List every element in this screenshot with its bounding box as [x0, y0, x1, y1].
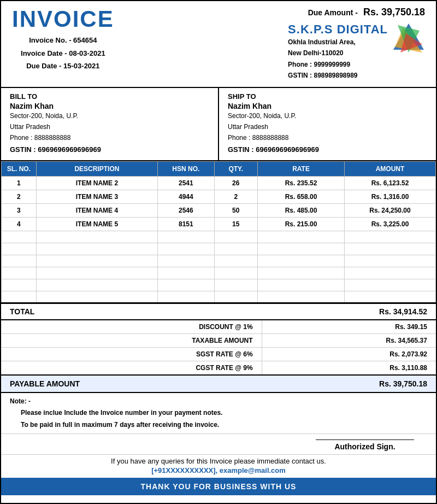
cell-amount: Rs. 24,250.00: [345, 203, 436, 217]
table-empty-row: [2, 279, 436, 291]
cell-desc: ITEM NAME 4: [36, 203, 158, 217]
bill-to-details: Sector-200, Noida, U.P. Uttar Pradesh Ph…: [10, 110, 209, 156]
summary-row: TAXABLE AMOUNT Rs. 34,565.37: [1, 334, 436, 348]
payable-label: PAYABLE AMOUNT: [10, 379, 80, 388]
summary-label: SGST RATE @ 6%: [1, 348, 262, 361]
invoice-title: INVOICE: [12, 7, 114, 32]
cell-hsn: 4944: [158, 190, 214, 203]
col-rate: RATE: [258, 161, 345, 176]
company-gstin: GSTIN : 898989898989: [288, 70, 388, 81]
cell-rate: Rs. 235.52: [258, 176, 345, 190]
summary-value: Rs. 2,073.92: [262, 348, 436, 361]
cell-qty: 15: [214, 217, 258, 231]
company-details: Okhla Industrial Area, New Delhi-110020 …: [288, 37, 388, 81]
note-header: Note: -: [10, 397, 427, 405]
bill-to-label: BILL TO: [10, 92, 209, 101]
company-name: S.K.P.S DIGITAL: [288, 22, 388, 37]
table-row: 1 ITEM NAME 2 2541 26 Rs. 235.52 Rs. 6,1…: [2, 176, 436, 190]
cell-qty: 26: [214, 176, 258, 190]
due-date-line: Due Date - 15-03-2021: [12, 60, 114, 72]
cell-hsn: 2541: [158, 176, 214, 190]
footer-text: THANK YOU FOR BUSINESS WITH US: [141, 482, 297, 491]
total-row: TOTAL Rs. 34,914.52: [1, 303, 436, 320]
authorized-sign-label: Authorized Sign.: [316, 442, 414, 451]
table-header-row: SL. NO. DESCRIPTION HSN NO. QTY. RATE AM…: [2, 161, 436, 176]
cell-desc: ITEM NAME 2: [36, 176, 158, 190]
summary-row: SGST RATE @ 6% Rs. 2,073.92: [1, 348, 436, 361]
header-right: Due Amount - Rs. 39,750.18 S.K.P.S DIGIT…: [288, 7, 425, 81]
col-sl: SL. NO.: [2, 161, 37, 176]
table-empty-row: [2, 291, 436, 303]
company-address2: New Delhi-110020: [288, 48, 388, 58]
payable-row: PAYABLE AMOUNT Rs. 39,750.18: [1, 376, 436, 393]
table-empty-row: [2, 231, 436, 243]
cell-hsn: 2546: [158, 203, 214, 217]
note-line2: To be paid in full in maximum 7 days aft…: [21, 419, 427, 431]
table-empty-row: [2, 255, 436, 267]
notes-section: Note: - Please inclue Include the Invoic…: [1, 393, 436, 433]
table-row: 2 ITEM NAME 3 4944 2 Rs. 658.00 Rs. 1,31…: [2, 190, 436, 203]
contact-line1: If you have any queries for this Invoice…: [10, 457, 427, 465]
cell-sl: 4: [2, 217, 37, 231]
company-address1: Okhla Industrial Area,: [288, 37, 388, 48]
contact-line2: [+91XXXXXXXXXX], example@mail.com: [10, 466, 427, 474]
cell-hsn: 8151: [158, 217, 214, 231]
summary-value: Rs. 3,110.88: [262, 361, 436, 374]
footer: THANK YOU FOR BUSINESS WITH US: [1, 478, 436, 495]
company-phone: Phone : 9999999999: [288, 59, 388, 70]
total-label: TOTAL: [10, 307, 34, 316]
invoice-details: Invoice No. - 654654 Invoice Date - 08-0…: [12, 34, 114, 72]
col-amount: AMOUNT: [345, 161, 436, 176]
ship-to-label: SHIP TO: [228, 92, 427, 101]
cell-rate: Rs. 215.00: [258, 217, 345, 231]
due-amount-value: Rs. 39,750.18: [363, 7, 425, 18]
ship-to-block: SHIP TO Nazim Khan Sector-200, Noida, U.…: [219, 88, 436, 160]
total-value: Rs. 34,914.52: [379, 307, 427, 316]
items-table: SL. NO. DESCRIPTION HSN NO. QTY. RATE AM…: [1, 161, 436, 304]
cell-sl: 2: [2, 190, 37, 203]
summary-label: CGST RATE @ 9%: [1, 361, 262, 374]
bill-to-block: BILL TO Nazim Khan Sector-200, Noida, U.…: [1, 88, 219, 160]
table-row: 4 ITEM NAME 5 8151 15 Rs. 215.00 Rs. 3,2…: [2, 217, 436, 231]
col-hsn: HSN NO.: [158, 161, 214, 176]
summary-value: Rs. 349.15: [262, 320, 436, 333]
invoice-no-line: Invoice No. - 654654: [12, 34, 114, 46]
sign-line: [316, 439, 414, 440]
due-amount-row: Due Amount - Rs. 39,750.18: [308, 7, 425, 18]
cell-desc: ITEM NAME 3: [36, 190, 158, 203]
summary-value: Rs. 34,565.37: [262, 334, 436, 347]
cell-desc: ITEM NAME 5: [36, 217, 158, 231]
table-row: 3 ITEM NAME 4 2546 50 Rs. 485.00 Rs. 24,…: [2, 203, 436, 217]
header-left: INVOICE Invoice No. - 654654 Invoice Dat…: [12, 7, 114, 72]
summary-row: CGST RATE @ 9% Rs. 3,110.88: [1, 361, 436, 374]
cell-amount: Rs. 6,123.52: [345, 176, 436, 190]
cell-rate: Rs. 485.00: [258, 203, 345, 217]
cell-sl: 1: [2, 176, 37, 190]
cell-amount: Rs. 3,225.00: [345, 217, 436, 231]
bill-ship-section: BILL TO Nazim Khan Sector-200, Noida, U.…: [1, 88, 436, 161]
invoice-date-line: Invoice Date - 08-03-2021: [12, 47, 114, 60]
table-empty-row: [2, 267, 436, 279]
company-info: S.K.P.S DIGITAL Okhla Industrial Area, N…: [288, 22, 388, 81]
summary-label: DISCOUNT @ 1%: [1, 320, 262, 333]
ship-to-details: Sector-200, Noida, U.P. Uttar Pradesh Ph…: [228, 110, 427, 156]
payable-value: Rs. 39,750.18: [379, 379, 427, 388]
contact-section: If you have any queries for this Invoice…: [1, 454, 436, 478]
summary-label: TAXABLE AMOUNT: [1, 334, 262, 347]
due-amount-label: Due Amount -: [308, 8, 358, 17]
cell-qty: 2: [214, 190, 258, 203]
col-desc: DESCRIPTION: [36, 161, 158, 176]
cell-amount: Rs. 1,316.00: [345, 190, 436, 203]
cell-qty: 50: [214, 203, 258, 217]
ship-to-name: Nazim Khan: [228, 102, 427, 110]
col-qty: QTY.: [214, 161, 258, 176]
bill-to-name: Nazim Khan: [10, 102, 209, 110]
invoice-document: INVOICE Invoice No. - 654654 Invoice Dat…: [0, 0, 437, 504]
sign-section: Authorized Sign.: [1, 434, 436, 454]
company-block: S.K.P.S DIGITAL Okhla Industrial Area, N…: [288, 22, 425, 81]
table-empty-row: [2, 243, 436, 255]
summary-section: DISCOUNT @ 1% Rs. 349.15 TAXABLE AMOUNT …: [1, 320, 436, 376]
note-line1: Please inclue Include the Invoice number…: [21, 407, 427, 419]
summary-row: DISCOUNT @ 1% Rs. 349.15: [1, 320, 436, 334]
cell-sl: 3: [2, 203, 37, 217]
